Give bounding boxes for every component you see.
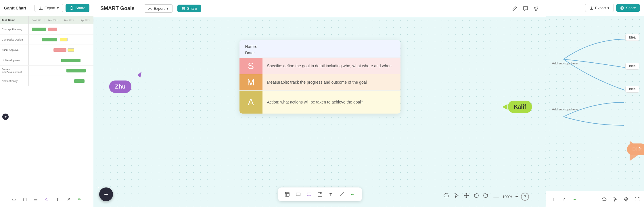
move-tool-icon[interactable] [463, 193, 469, 200]
middle-canvas: Name: Date: S Specific: define the goal … [93, 17, 546, 207]
zoom-level: 100% [501, 195, 513, 199]
date-field: Date: [245, 51, 395, 55]
pill-tool-icon[interactable]: ▬ [32, 195, 40, 203]
zoom-plus[interactable]: + [515, 193, 519, 200]
left-bottom-toolbar: ▭ ▢ ▬ ◇ T ↗ ✏ [0, 191, 93, 207]
notification-badge: ★ [2, 114, 9, 120]
name-field: Name: [245, 44, 395, 49]
idea-node-2[interactable]: Idea [625, 63, 639, 70]
right-panel-header: Export ▾ Share [546, 0, 644, 16]
middle-panel: SMART Goals Export ▾ Share [93, 0, 546, 207]
smart-letter-s: S [239, 58, 262, 74]
action-icons [443, 192, 489, 200]
cloud-icon-right[interactable] [600, 195, 608, 203]
diamond-tool-icon[interactable]: ◇ [43, 195, 51, 203]
table-row: Server-sideDevelopment [0, 66, 93, 76]
svg-line-8 [340, 192, 344, 196]
bottom-toolbar: T ✒ [278, 187, 362, 201]
left-panel: Gantt Chart Export ▾ Share Task Name Jan… [0, 0, 93, 207]
header-icons [512, 6, 539, 12]
edit-icon[interactable] [512, 6, 518, 12]
right-panel: Export ▾ Share Idea Idea Idea Add sub-to… [546, 0, 644, 207]
rectangle-tool-icon[interactable]: ▭ [10, 195, 18, 203]
gantt-dates: Jan 2021 Feb 2021 Mar 2021 Apr 2021 [29, 19, 93, 22]
middle-header: SMART Goals Export ▾ Share [93, 0, 546, 17]
subtopic-label-1[interactable]: Add sub-topichere [552, 62, 578, 65]
idea-node-3[interactable]: Idea [625, 86, 639, 93]
idea-node-1[interactable]: Idea [625, 34, 639, 41]
rounded-rect-tool-icon[interactable]: ▢ [21, 195, 29, 203]
kalif-bubble: Kalif [508, 101, 532, 113]
right-share-button[interactable]: Share [616, 4, 640, 12]
smart-letter-a: A [239, 91, 262, 114]
middle-share-button[interactable]: Share [177, 5, 201, 12]
svg-rect-2 [285, 192, 289, 196]
add-button[interactable]: + ✦ [99, 187, 113, 201]
marker-tool-icon-mid[interactable]: ✒ [348, 190, 357, 199]
gantt-task-column: Task Name [0, 16, 29, 24]
table-row: Content Entry [0, 76, 93, 86]
rect-tool-icon[interactable] [294, 190, 303, 199]
left-panel-header: Gantt Chart Export ▾ Share [0, 0, 93, 16]
text-tool-icon[interactable]: T [54, 195, 62, 203]
settings-icon[interactable] [534, 6, 539, 12]
left-share-button[interactable]: Share [66, 4, 89, 12]
arrow-tool-icon[interactable]: ↗ [65, 195, 73, 203]
right-text-tool-icon[interactable]: T [549, 195, 557, 203]
right-arrow-tool-icon[interactable]: ↗ [560, 195, 568, 203]
gantt-chart: Task Name Jan 2021 Feb 2021 Mar 2021 Apr… [0, 16, 93, 207]
smart-card-header: Name: Date: [239, 40, 400, 57]
table-row: Concept Planning [0, 24, 93, 34]
smart-letter-m: M [239, 74, 262, 90]
cursor-tool-icon[interactable] [454, 193, 459, 200]
svg-rect-5 [296, 193, 300, 196]
right-bottom-toolbar: T ↗ ✒ [546, 191, 644, 207]
zoom-minus[interactable]: — [493, 193, 499, 200]
smart-row-m: M Measurable: track the progress and out… [239, 74, 400, 90]
table-row: UI Development [0, 55, 93, 66]
marker-tool-icon[interactable]: ✏ [76, 195, 84, 203]
cursor-kalif: Kalif [508, 101, 532, 113]
rounded-rect-tool-icon[interactable] [304, 190, 314, 199]
left-export-button[interactable]: Export ▾ [34, 4, 64, 12]
left-panel-title: Gantt Chart [4, 6, 26, 10]
svg-rect-7 [318, 192, 322, 196]
smart-goals-card: Name: Date: S Specific: define the goal … [239, 40, 400, 114]
table-row: Client Approval [0, 45, 93, 55]
page-title: SMART Goals [100, 5, 135, 12]
fit-icon-right[interactable] [633, 195, 641, 203]
right-arrow-shape [630, 141, 644, 161]
cursor-zhu: Zhu [109, 80, 131, 93]
undo-icon[interactable] [473, 193, 479, 200]
smart-text-m: Measurable: track the progress and outco… [262, 74, 400, 90]
cloud-icon[interactable] [443, 192, 450, 200]
subtopic-label-2[interactable]: Add sub-topichere [552, 108, 578, 111]
move-tool-right[interactable] [622, 195, 630, 203]
mind-map-canvas: Idea Idea Idea Add sub-topichere Add sub… [546, 16, 644, 190]
right-marker-tool-icon[interactable]: ✒ [571, 195, 579, 203]
zhu-bubble: Zhu [109, 80, 131, 93]
sticky-note-tool-icon[interactable] [315, 190, 325, 199]
line-tool-icon[interactable] [337, 190, 346, 199]
table-row: Composite Design [0, 34, 93, 45]
help-button[interactable]: ? [521, 193, 529, 201]
svg-rect-6 [307, 193, 311, 196]
cursor-tool-right[interactable] [611, 195, 619, 203]
comment-icon[interactable] [523, 6, 528, 12]
redo-icon[interactable] [483, 193, 489, 200]
smart-row-a: A Action: what actions will be taken to … [239, 90, 400, 114]
text-tool-icon-mid[interactable]: T [326, 190, 336, 199]
board-tool-icon[interactable] [283, 190, 292, 199]
middle-export-button[interactable]: Export ▾ [144, 4, 173, 13]
smart-text-a: Action: what actions will be taken to ac… [262, 91, 400, 114]
right-export-button[interactable]: Export ▾ [585, 4, 614, 12]
smart-row-s: S Specific: define the goal in detail in… [239, 57, 400, 74]
zoom-controls: — 100% + ? [493, 193, 529, 201]
smart-text-s: Specific: define the goal in detail incl… [262, 58, 400, 74]
